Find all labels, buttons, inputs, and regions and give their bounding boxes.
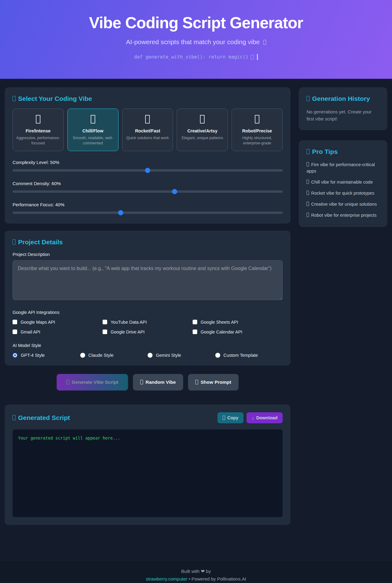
history-title: Generation History bbox=[307, 95, 379, 102]
bulb-emoji-icon bbox=[307, 149, 310, 154]
radio-claude-style[interactable]: Claude Style bbox=[80, 353, 148, 358]
generated-script-panel: Generated Script Copy ↓ Download Your ge… bbox=[5, 405, 290, 525]
vibe-card-grid: Fire/Intense Aggressive, performance-foc… bbox=[13, 109, 283, 151]
complexity-slider-label: Complexity Level: 50% bbox=[13, 160, 283, 165]
vibe-card-name: Rocket/Fast bbox=[126, 128, 170, 133]
comment-density-slider[interactable] bbox=[13, 190, 283, 193]
hero-code-snippet: def generate_with_vibe(): return magic() bbox=[0, 54, 392, 60]
tip-item-fire: Fire vibe for performance-critical apps bbox=[307, 162, 379, 174]
checkbox-google-drive-api[interactable]: Google Drive API bbox=[103, 330, 193, 334]
vibe-card-name: Robot/Precise bbox=[235, 128, 279, 133]
tips-list: Fire vibe for performance-critical apps … bbox=[307, 162, 379, 219]
music-note-emoji-icon bbox=[263, 40, 266, 45]
vibe-card-rocket[interactable]: Rocket/Fast Quick solutions that work bbox=[122, 109, 173, 151]
model-style-label: AI Model Style bbox=[13, 343, 283, 348]
radio-circle[interactable] bbox=[148, 353, 153, 358]
tip-item-creative: Creative vibe for unique solutions bbox=[307, 201, 379, 208]
checkbox-label: Google Calendar API bbox=[201, 330, 242, 334]
music-note-emoji-icon bbox=[66, 380, 69, 384]
complexity-slider-thumb[interactable] bbox=[145, 168, 150, 173]
checkbox-box[interactable] bbox=[103, 320, 107, 324]
project-section-title: Project Details bbox=[13, 238, 283, 246]
random-vibe-button[interactable]: Random Vibe bbox=[133, 374, 183, 391]
generate-vibe-script-button[interactable]: Generate Vibe Script bbox=[57, 374, 128, 391]
vibe-card-fire[interactable]: Fire/Intense Aggressive, performance-foc… bbox=[13, 109, 64, 151]
performance-focus-slider-group: Performance Focus: 40% bbox=[13, 202, 283, 214]
checkbox-google-maps-api[interactable]: Google Maps API bbox=[13, 320, 103, 325]
radio-label: Gemini Style bbox=[156, 353, 181, 358]
vibe-card-robot[interactable]: Robot/Precise Highly structured, enterpr… bbox=[232, 109, 283, 151]
integrations-label: Google API Integrations bbox=[13, 310, 283, 315]
radio-custom-template[interactable]: Custom Template bbox=[215, 353, 283, 358]
hero-header: Vibe Coding Script Generator AI-powered … bbox=[0, 0, 392, 79]
page-subtitle: AI-powered scripts that match your codin… bbox=[0, 38, 392, 46]
comment-density-slider-thumb[interactable] bbox=[172, 189, 177, 194]
checkbox-google-sheets-api[interactable]: Google Sheets API bbox=[193, 320, 283, 325]
main-column: Select Your Coding Vibe Fire/Intense Agg… bbox=[5, 87, 290, 525]
radio-circle[interactable] bbox=[215, 353, 220, 358]
checkbox-youtube-data-api[interactable]: YouTube Data API bbox=[103, 320, 193, 325]
footer-built-with: Built with ❤ by bbox=[0, 569, 392, 574]
download-arrow-icon: ↓ bbox=[252, 415, 254, 420]
checkbox-gmail-api[interactable]: Gmail API bbox=[13, 330, 103, 334]
generation-history-panel: Generation History No generations yet. C… bbox=[299, 87, 387, 130]
complexity-slider[interactable] bbox=[13, 169, 283, 172]
checkbox-box[interactable] bbox=[13, 320, 17, 324]
tip-item-chill: Chill vibe for maintainable code bbox=[307, 179, 379, 185]
clipboard-emoji-icon bbox=[223, 416, 225, 420]
checkbox-label: Google Maps API bbox=[21, 320, 55, 325]
radio-gemini-style[interactable]: Gemini Style bbox=[148, 353, 215, 358]
show-prompt-button[interactable]: Show Prompt bbox=[188, 374, 239, 391]
history-empty-text: No generations yet. Create your first vi… bbox=[307, 109, 379, 122]
fire-emoji-icon bbox=[36, 115, 40, 124]
checkbox-google-calendar-api[interactable]: Google Calendar API bbox=[193, 330, 283, 334]
footer-powered-by: • Powered by Pollinations.AI bbox=[189, 576, 246, 581]
palette-emoji-icon bbox=[307, 202, 309, 206]
checkbox-label: Google Drive API bbox=[111, 330, 145, 334]
vibe-card-desc: Quick solutions that work bbox=[126, 135, 170, 141]
integrations-grid: Google Maps API YouTube Data API Google … bbox=[13, 320, 283, 334]
download-button[interactable]: ↓ Download bbox=[247, 412, 283, 423]
project-description-label: Project Description bbox=[13, 252, 283, 257]
memo-emoji-icon bbox=[13, 239, 16, 245]
robot-emoji-icon bbox=[255, 115, 259, 124]
checkbox-box[interactable] bbox=[13, 330, 17, 334]
vibe-selector-panel: Select Your Coding Vibe Fire/Intense Agg… bbox=[5, 87, 290, 223]
checkbox-box[interactable] bbox=[193, 320, 197, 324]
vibe-card-chill[interactable]: Chill/Flow Smooth, readable, well-commen… bbox=[67, 109, 119, 151]
robot-emoji-icon bbox=[307, 213, 309, 217]
performance-focus-slider-thumb[interactable] bbox=[118, 210, 123, 215]
vibe-card-desc: Elegant, unique patterns bbox=[180, 135, 224, 141]
target-emoji-icon bbox=[13, 96, 16, 101]
radio-label: Custom Template bbox=[224, 353, 258, 358]
sparkles-emoji-icon bbox=[251, 55, 254, 59]
output-section-title: Generated Script bbox=[13, 414, 70, 421]
performance-focus-slider[interactable] bbox=[13, 211, 283, 214]
rocket-emoji-icon bbox=[307, 191, 309, 195]
radio-circle[interactable] bbox=[80, 353, 85, 358]
project-description-input[interactable] bbox=[13, 260, 283, 300]
tip-item-rocket: Rocket vibe for quick prototypes bbox=[307, 190, 379, 196]
radio-gpt4-style[interactable]: GPT-4 Style bbox=[13, 353, 80, 358]
sidebar: Generation History No generations yet. C… bbox=[299, 87, 387, 237]
radio-label: GPT-4 Style bbox=[21, 353, 45, 358]
comment-density-slider-group: Comment Density: 60% bbox=[13, 181, 283, 193]
copy-button[interactable]: Copy bbox=[217, 412, 243, 423]
vibe-card-desc: Smooth, readable, well-commented bbox=[71, 135, 115, 146]
checkbox-box[interactable] bbox=[103, 330, 107, 334]
pro-tips-panel: Pro Tips Fire vibe for performance-criti… bbox=[299, 140, 387, 227]
comment-density-slider-label: Comment Density: 60% bbox=[13, 181, 283, 186]
eye-emoji-icon bbox=[195, 380, 198, 384]
generated-script-output[interactable]: Your generated script will appear here..… bbox=[13, 429, 283, 517]
vibe-card-creative[interactable]: Creative/Artsy Elegant, unique patterns bbox=[177, 109, 228, 151]
complexity-slider-group: Complexity Level: 50% bbox=[13, 160, 283, 172]
blinking-cursor bbox=[257, 54, 258, 60]
fire-emoji-icon bbox=[307, 162, 309, 166]
radio-circle[interactable] bbox=[13, 353, 17, 358]
vibe-card-desc: Aggressive, performance-focused bbox=[16, 135, 60, 146]
performance-focus-slider-label: Performance Focus: 40% bbox=[13, 202, 283, 207]
strawberry-computer-link[interactable]: strawberry.computer bbox=[146, 576, 187, 581]
tip-item-robot: Robot vibe for enterprise projects bbox=[307, 212, 379, 219]
checkbox-box[interactable] bbox=[193, 330, 197, 334]
vibe-card-name: Fire/Intense bbox=[16, 128, 60, 133]
